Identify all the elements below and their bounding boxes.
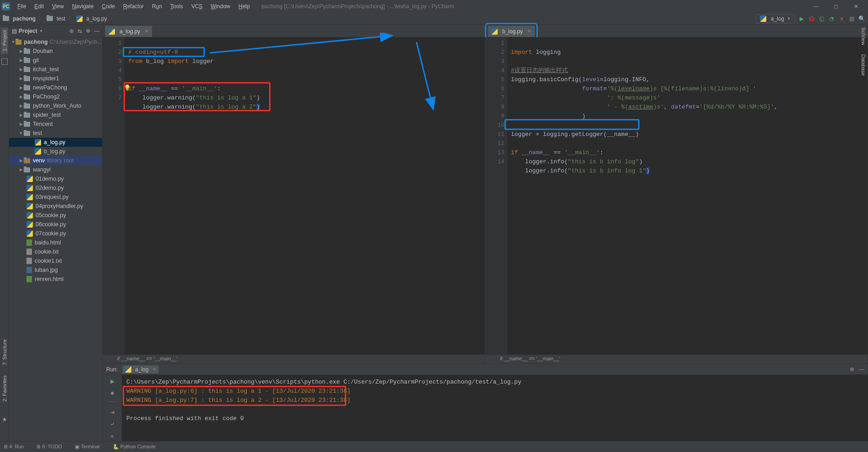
breadcrumb-root[interactable]: pachong xyxy=(13,16,36,22)
run-button[interactable]: ▶ xyxy=(798,15,805,22)
status-item[interactable]: ≣ 6: TODO xyxy=(36,444,62,450)
menu-refactor[interactable]: Refactor xyxy=(120,1,147,11)
hide-icon[interactable]: — xyxy=(94,28,99,34)
tool-tab-structure[interactable]: 7: Structure xyxy=(1,337,8,368)
project-title[interactable]: Project xyxy=(19,28,37,34)
menu-help[interactable]: Help xyxy=(235,1,254,11)
bulb-icon[interactable]: 💡 xyxy=(124,84,131,93)
layout-button[interactable]: ▥ xyxy=(848,15,855,22)
editor-breadcrumb[interactable]: if __name__ == '__main__' xyxy=(485,354,868,364)
maximize-button[interactable]: ◻ xyxy=(830,3,842,10)
editor-tabs-right: b_log.py ✕ xyxy=(485,25,868,37)
close-icon[interactable]: ✕ xyxy=(527,28,531,34)
more-button[interactable]: » xyxy=(109,432,116,440)
tree-root[interactable]: ▼ pachong C:\Users\Zep\Pych... xyxy=(9,37,102,47)
tree-file-a-log[interactable]: a_log.py xyxy=(9,138,102,147)
tree-dir-venv[interactable]: ▶ venv library root xyxy=(9,156,102,165)
tree-dir[interactable]: ▶PaChong2 xyxy=(9,92,102,101)
status-item[interactable]: 🐍 Python Console xyxy=(113,444,156,450)
folder-icon xyxy=(24,85,30,90)
menu-tools[interactable]: Tools xyxy=(166,1,187,11)
tree-dir[interactable]: ▶git xyxy=(9,56,102,65)
breadcrumb-file[interactable]: a_log.py xyxy=(86,16,107,22)
tool-tab-icon[interactable] xyxy=(1,58,8,65)
tree-dir[interactable]: ▶Douban xyxy=(9,47,102,56)
tree-dir-test[interactable]: ▼ test xyxy=(9,129,102,138)
tree-file-b-log[interactable]: b_log.py xyxy=(9,147,102,156)
tree-file[interactable]: 02demo.py xyxy=(9,183,102,192)
status-item[interactable]: ≣ 4: Run xyxy=(4,444,24,450)
code-area[interactable]: import logging #设置日志的输出样式 logging.basicC… xyxy=(507,37,868,354)
tree-file[interactable]: 03request.py xyxy=(9,192,102,202)
locate-icon[interactable]: ⊕ xyxy=(69,28,74,34)
stop-button[interactable]: ■ xyxy=(838,15,845,22)
menu-run[interactable]: Run xyxy=(148,1,166,11)
editor-tab-b-log[interactable]: b_log.py ✕ xyxy=(487,25,535,37)
menu-view[interactable]: View xyxy=(48,1,68,11)
tool-tab-project[interactable]: 1: Project xyxy=(1,27,8,54)
breadcrumb-sep: 〉 xyxy=(68,15,73,22)
editor-tab-a-log[interactable]: a_log.py ✕ xyxy=(104,25,153,37)
menu-window[interactable]: Window xyxy=(207,1,234,11)
chevron-down-icon[interactable]: ▼ xyxy=(39,29,43,33)
debug-button[interactable]: 🐞 xyxy=(808,15,815,22)
menu-file[interactable]: File xyxy=(14,1,30,11)
run-output[interactable]: C:\Users\Zep\PycharmProjects\pachong\ven… xyxy=(122,375,868,441)
text-icon xyxy=(26,258,32,264)
close-icon[interactable]: ✕ xyxy=(145,28,149,34)
tree-dir[interactable]: ▶Tencent xyxy=(9,119,102,129)
tab-label: b_log.py xyxy=(502,28,523,35)
run-config-selector[interactable]: a_log ▼ xyxy=(756,14,795,23)
project-tree[interactable]: ▼ pachong C:\Users\Zep\Pych... ▶Douban▶g… xyxy=(9,37,102,441)
main-menu: File Edit View Navigate Code Refactor Ru… xyxy=(14,1,253,11)
collapse-icon[interactable]: ⇆ xyxy=(78,28,82,34)
tree-file[interactable]: luban.jpg xyxy=(9,265,102,275)
menu-navigate[interactable]: Navigate xyxy=(68,1,97,11)
tool-tab-database[interactable]: Database xyxy=(860,52,867,78)
tool-tab-favorites[interactable]: 2: Favorites xyxy=(1,373,8,404)
editor-breadcrumb[interactable]: if __name__ == '__main__' xyxy=(103,354,485,364)
search-button[interactable]: 🔍 xyxy=(858,15,865,22)
nav-toolbar: pachong 〉 test 〉 a_log.py a_log ▼ ▶ 🐞 ◱ … xyxy=(0,13,868,25)
tree-file[interactable]: renren.html xyxy=(9,275,102,284)
tree-file[interactable]: 04proxyHandler.py xyxy=(9,202,102,211)
menu-vcs[interactable]: VCS xyxy=(187,1,206,11)
tree-file[interactable]: 01demo.py xyxy=(9,174,102,183)
tree-label: b_log.py xyxy=(44,148,65,155)
tree-file[interactable]: cookie.txt xyxy=(9,247,102,256)
tree-file[interactable]: 06cookie.py xyxy=(9,220,102,229)
rerun-button[interactable]: ▶ xyxy=(109,378,116,385)
coverage-button[interactable]: ◱ xyxy=(818,15,825,22)
menu-edit[interactable]: Edit xyxy=(31,1,47,11)
profile-button[interactable]: ◔ xyxy=(828,15,835,22)
settings-icon[interactable]: ✲ xyxy=(850,366,854,373)
tree-label: 05cookie.py xyxy=(36,212,66,218)
editor-body-left[interactable]: 1 2 3 4 5 6 7 # coding=utf-8 from b_log … xyxy=(103,37,485,354)
breadcrumb-dir[interactable]: test xyxy=(57,16,65,22)
tree-file[interactable]: cookie1.txt xyxy=(9,256,102,265)
code-area[interactable]: # coding=utf-8 from b_log import logger … xyxy=(125,37,485,354)
tree-file[interactable]: baidu.html xyxy=(9,238,102,247)
tree-file[interactable]: 07cookie.py xyxy=(9,229,102,238)
tool-tab-sciview[interactable]: SciView xyxy=(860,25,867,48)
editor-body-right[interactable]: 1234567891011121314 import logging #设置日志… xyxy=(485,37,868,354)
run-tab[interactable]: a_log ✕ xyxy=(122,365,158,374)
layout-button[interactable]: ⇥ xyxy=(109,409,116,416)
settings-icon[interactable]: ✲ xyxy=(86,28,90,34)
tree-dir[interactable]: ▶myspider1 xyxy=(9,74,102,83)
hide-icon[interactable]: — xyxy=(859,366,864,373)
python-icon xyxy=(109,28,115,35)
stop-button[interactable]: ■ xyxy=(109,390,116,397)
soft-wrap-button[interactable]: ⤶ xyxy=(109,421,116,428)
close-icon[interactable]: ✕ xyxy=(152,367,156,372)
close-button[interactable]: ✕ xyxy=(850,3,863,10)
tree-dir[interactable]: ▶ wangyi xyxy=(9,165,102,174)
tree-dir[interactable]: ▶newPaChong xyxy=(9,83,102,92)
tree-file[interactable]: 05cookie.py xyxy=(9,211,102,220)
minimize-button[interactable]: — xyxy=(810,3,822,10)
status-item[interactable]: ▣ Terminal xyxy=(75,444,99,450)
tree-dir[interactable]: ▶spider_test xyxy=(9,110,102,119)
tree-dir[interactable]: ▶python_Work_Auto xyxy=(9,101,102,110)
tree-dir[interactable]: ▶itchat_test xyxy=(9,65,102,74)
menu-code[interactable]: Code xyxy=(98,1,119,11)
